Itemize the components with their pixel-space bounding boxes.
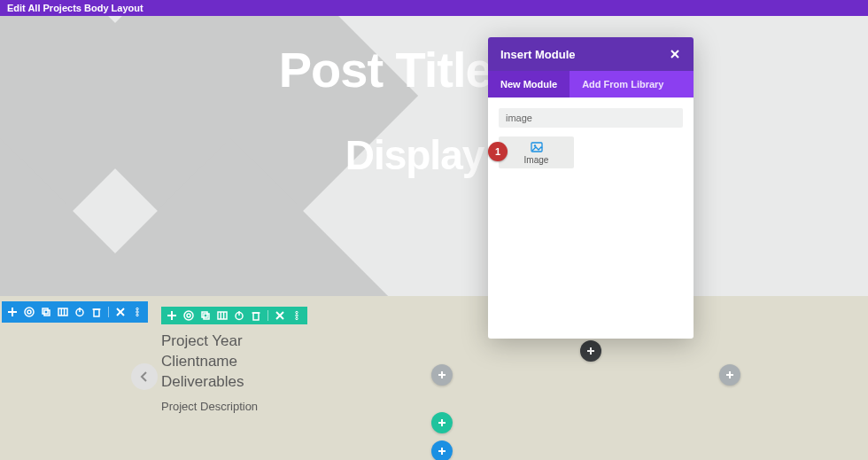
prev-arrow-button[interactable] [131, 363, 158, 390]
power-icon[interactable] [234, 310, 244, 321]
add-icon[interactable] [7, 307, 18, 317]
module-label: Image [524, 155, 549, 165]
modal-header: Insert Module [488, 37, 694, 71]
add-module-button[interactable] [719, 364, 740, 386]
trash-icon[interactable] [91, 307, 102, 317]
svg-rect-6 [58, 308, 67, 316]
svg-point-20 [187, 314, 190, 317]
modal-body: 1 Image [488, 97, 694, 339]
toolbar-divider [108, 307, 109, 317]
image-icon [531, 141, 543, 153]
gear-icon[interactable] [183, 310, 194, 321]
more-icon[interactable] [132, 307, 143, 317]
svg-rect-4 [43, 308, 48, 314]
add-module-button[interactable] [431, 364, 453, 386]
project-year-line: Project Year [161, 331, 258, 352]
power-icon[interactable] [74, 307, 85, 317]
project-content[interactable]: Project Year Clientname Deliverables Pro… [161, 331, 258, 413]
modal-tabs: New Module Add From Library [488, 71, 694, 97]
project-client-line: Clientname [161, 352, 258, 372]
hero-subtitle: Display H [0, 131, 868, 179]
hero-section: Post Title Will Display H [0, 16, 868, 296]
page-title: Edit All Projects Body Layout [7, 3, 143, 13]
columns-icon[interactable] [217, 310, 228, 321]
step-badge: 1 [488, 142, 508, 161]
svg-rect-22 [202, 312, 207, 317]
svg-point-15 [136, 308, 138, 309]
svg-point-16 [136, 311, 138, 313]
project-description: Project Description [161, 400, 258, 413]
module-grid: 1 Image [499, 136, 683, 168]
svg-rect-23 [204, 314, 209, 319]
module-image[interactable]: 1 Image [499, 136, 574, 168]
close-icon[interactable] [275, 310, 285, 321]
svg-point-21 [184, 311, 193, 320]
close-icon[interactable] [115, 307, 126, 317]
add-section-button[interactable] [580, 340, 601, 362]
close-icon[interactable] [669, 48, 681, 60]
duplicate-icon[interactable] [41, 307, 51, 317]
add-section-button[interactable] [431, 441, 453, 460]
add-icon[interactable] [167, 310, 177, 321]
svg-rect-11 [94, 309, 99, 316]
module-search-input[interactable] [499, 108, 683, 128]
svg-point-33 [296, 311, 298, 313]
trash-icon[interactable] [251, 310, 261, 321]
svg-rect-29 [253, 313, 259, 320]
more-icon[interactable] [291, 310, 302, 321]
section-toolbar [2, 301, 148, 323]
insert-module-modal: Insert Module New Module Add From Librar… [488, 37, 694, 339]
svg-point-2 [27, 310, 31, 314]
gear-icon[interactable] [24, 307, 35, 317]
svg-point-35 [296, 317, 298, 319]
tab-add-from-library[interactable]: Add From Library [570, 71, 676, 97]
svg-point-3 [25, 308, 34, 316]
toolbar-divider [267, 310, 268, 321]
add-row-button[interactable] [431, 412, 453, 433]
topbar: Edit All Projects Body Layout [0, 0, 868, 16]
hero-title: Post Title Will [0, 41, 868, 98]
columns-icon[interactable] [58, 307, 68, 317]
tab-new-module[interactable]: New Module [488, 71, 570, 97]
duplicate-icon[interactable] [200, 310, 211, 321]
modal-title: Insert Module [500, 48, 576, 61]
svg-point-17 [136, 314, 138, 316]
row-toolbar [161, 307, 307, 324]
svg-point-34 [296, 315, 298, 316]
svg-rect-24 [218, 312, 227, 319]
project-deliverables-line: Deliverables [161, 372, 258, 393]
svg-rect-5 [44, 310, 50, 316]
